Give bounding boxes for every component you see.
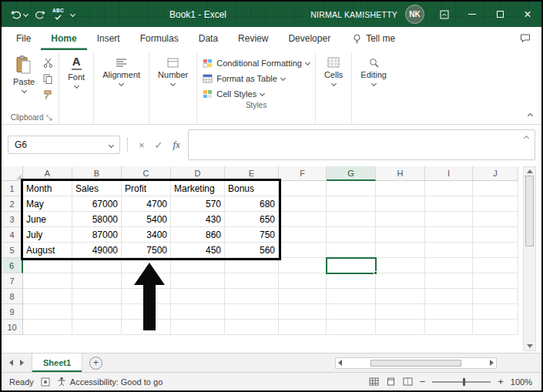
cell-J5[interactable]	[473, 243, 518, 258]
cell-B6[interactable]	[72, 258, 122, 273]
cell-A1[interactable]: Month	[23, 181, 72, 196]
cell-E2[interactable]: 680	[225, 196, 279, 212]
cell-I10[interactable]	[425, 320, 473, 335]
page-break-view-icon[interactable]	[403, 377, 413, 386]
cell-J6[interactable]	[473, 258, 518, 273]
cell-D4[interactable]: 860	[171, 227, 225, 243]
column-header-I[interactable]: I	[425, 166, 473, 181]
name-box-dropdown-icon[interactable]	[109, 142, 114, 147]
cell-G1[interactable]	[327, 181, 376, 196]
cell-I4[interactable]	[425, 227, 473, 243]
comments-button[interactable]	[520, 27, 541, 50]
column-header-J[interactable]: J	[473, 166, 518, 181]
scroll-up-icon[interactable]	[527, 169, 533, 173]
cell-B1[interactable]: Sales	[72, 181, 122, 196]
name-box[interactable]: G6	[8, 136, 120, 154]
cell-F1[interactable]	[279, 181, 327, 196]
cell-D10[interactable]	[171, 320, 225, 335]
column-header-H[interactable]: H	[376, 166, 425, 181]
cell-B9[interactable]	[72, 304, 122, 320]
cell-A9[interactable]	[23, 304, 72, 320]
cell-I6[interactable]	[425, 258, 473, 273]
cell-E5[interactable]: 560	[225, 243, 279, 258]
cell-H7[interactable]	[376, 273, 425, 289]
spellcheck-button[interactable]: ABC	[52, 8, 64, 20]
number-dropdown-icon[interactable]	[170, 81, 176, 86]
cell-D5[interactable]: 450	[171, 243, 225, 258]
alignment-button[interactable]: Alignment	[99, 54, 143, 87]
font-button[interactable]: A Font	[65, 54, 88, 89]
sheet-nav-left-icon[interactable]	[9, 360, 13, 366]
cell-C4[interactable]: 3400	[122, 227, 171, 243]
cells-button[interactable]: Cells	[321, 54, 346, 87]
cell-I2[interactable]	[425, 196, 473, 212]
alignment-dropdown-icon[interactable]	[119, 81, 124, 86]
cell-E9[interactable]	[225, 304, 279, 320]
maximize-button[interactable]	[486, 2, 514, 27]
ribbon-display-options-button[interactable]	[431, 2, 458, 27]
row-header-6[interactable]: 6	[2, 258, 23, 273]
cell-H1[interactable]	[376, 181, 425, 196]
row-header-3[interactable]: 3	[2, 212, 23, 227]
cell-H6[interactable]	[376, 258, 425, 273]
close-button[interactable]: ×	[514, 2, 541, 27]
tab-formulas[interactable]: Formulas	[130, 27, 189, 50]
cell-B4[interactable]: 87000	[72, 227, 122, 243]
column-header-E[interactable]: E	[225, 166, 279, 181]
number-button[interactable]: Number	[155, 54, 191, 87]
tab-developer[interactable]: Developer	[278, 27, 340, 50]
add-sheet-button[interactable]: +	[89, 357, 102, 370]
cell-E4[interactable]: 750	[225, 227, 279, 243]
cell-F2[interactable]	[279, 196, 327, 212]
collapse-ribbon-icon[interactable]	[528, 113, 533, 119]
redo-button[interactable]	[35, 10, 45, 19]
cell-D7[interactable]	[171, 273, 225, 289]
tab-data[interactable]: Data	[189, 27, 228, 50]
font-dropdown-icon[interactable]	[74, 82, 79, 88]
fill-handle[interactable]	[374, 271, 377, 275]
cell-styles-button[interactable]: Cell Styles	[203, 87, 264, 100]
cell-I3[interactable]	[425, 212, 473, 227]
cell-I9[interactable]	[425, 304, 473, 320]
cells-dropdown-icon[interactable]	[331, 81, 337, 86]
zoom-slider-thumb[interactable]	[463, 378, 465, 386]
column-header-G[interactable]: G	[327, 166, 376, 181]
column-header-B[interactable]: B	[72, 166, 122, 181]
cell-H10[interactable]	[376, 320, 425, 335]
undo-dropdown-icon[interactable]	[23, 12, 28, 17]
horizontal-scrollbar[interactable]	[335, 357, 497, 369]
selected-cell-G6[interactable]	[326, 257, 377, 274]
cell-B3[interactable]: 58000	[72, 212, 122, 227]
select-all-button[interactable]	[2, 166, 23, 181]
cell-E8[interactable]	[225, 289, 279, 304]
cell-H9[interactable]	[376, 304, 425, 320]
zoom-slider[interactable]	[432, 381, 491, 383]
cell-D6[interactable]	[171, 258, 225, 273]
editing-button[interactable]: Editing	[357, 54, 390, 87]
accessibility-status[interactable]: Accessibility: Good to go	[57, 377, 163, 387]
cell-F8[interactable]	[279, 289, 327, 304]
cell-E3[interactable]: 650	[225, 212, 279, 227]
sheet-nav-right-icon[interactable]	[20, 360, 24, 366]
row-header-7[interactable]: 7	[2, 273, 23, 289]
cell-D9[interactable]	[171, 304, 225, 320]
cell-G2[interactable]	[327, 196, 376, 212]
cell-G3[interactable]	[327, 212, 376, 227]
cell-C5[interactable]: 7500	[122, 243, 171, 258]
page-layout-view-icon[interactable]	[386, 377, 396, 386]
cut-icon[interactable]	[43, 58, 53, 68]
cell-A10[interactable]	[23, 320, 72, 335]
cell-E10[interactable]	[225, 320, 279, 335]
cell-A3[interactable]: June	[23, 212, 72, 227]
paste-button[interactable]: Paste	[10, 54, 38, 94]
row-header-8[interactable]: 8	[2, 289, 23, 304]
insert-function-button[interactable]: fx	[171, 139, 183, 151]
cell-J2[interactable]	[473, 196, 518, 212]
formula-bar-expand-icon[interactable]	[524, 136, 529, 141]
sheet-tab-sheet1[interactable]: Sheet1	[32, 353, 82, 372]
cell-F10[interactable]	[279, 320, 327, 335]
column-header-F[interactable]: F	[279, 166, 327, 181]
scroll-down-icon[interactable]	[527, 344, 533, 348]
undo-button[interactable]	[11, 10, 28, 19]
cell-B5[interactable]: 49000	[72, 243, 122, 258]
